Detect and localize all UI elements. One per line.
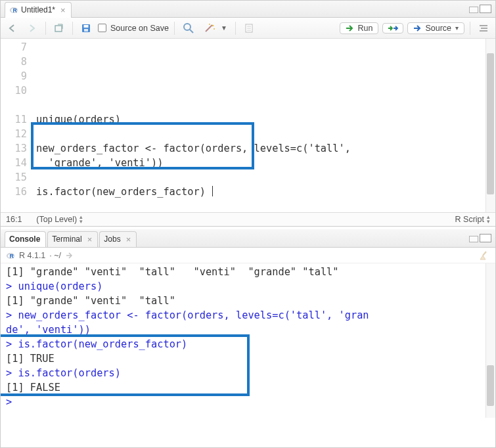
divider <box>72 22 73 35</box>
line-gutter: 78910 111213141516 <box>1 39 34 212</box>
minimize-pane-button[interactable] <box>469 7 478 13</box>
arrow-right-icon <box>27 24 37 33</box>
save-icon <box>81 23 91 34</box>
source-arrow-icon <box>413 24 422 32</box>
working-dir: · ~/ <box>49 251 61 260</box>
divider <box>470 22 470 35</box>
language-selector[interactable]: R Script ▴▾ <box>455 215 490 224</box>
svg-point-10 <box>212 24 214 26</box>
clear-console-button[interactable] <box>478 250 490 261</box>
source-label: Source <box>425 24 451 33</box>
nav-fwd-button[interactable] <box>24 22 40 34</box>
console-info: R R 4.1.1 · ~/ <box>1 248 495 263</box>
vertical-scrollbar[interactable] <box>485 263 495 418</box>
updown-icon: ▴▾ <box>487 215 490 224</box>
console-output[interactable]: [1] "grande" "venti" "tall" "venti" "gra… <box>1 263 495 418</box>
magnifier-icon <box>183 22 194 34</box>
svg-point-7 <box>184 24 191 30</box>
svg-point-12 <box>214 28 215 30</box>
r-logo-icon: R <box>6 251 15 260</box>
notebook-icon <box>244 23 254 34</box>
popout-icon <box>54 24 64 33</box>
source-toolbar: Source on Save ▼ Run Source ▾ <box>1 18 495 39</box>
code-area[interactable]: unique(orders) new_orders_factor <- fact… <box>34 39 495 212</box>
svg-rect-6 <box>84 29 88 32</box>
tab-terminal-label: Terminal <box>52 235 81 244</box>
scrollbar-thumb[interactable] <box>487 53 494 194</box>
rerun-icon <box>387 24 399 32</box>
cursor-position: 16:1 <box>6 215 22 224</box>
svg-line-23 <box>483 252 486 256</box>
close-icon[interactable]: × <box>126 235 131 244</box>
maximize-pane-button[interactable] <box>480 234 491 242</box>
svg-rect-5 <box>84 25 89 28</box>
svg-text:R: R <box>9 253 14 259</box>
source-tabbar: R Untitled1* × <box>1 1 495 18</box>
save-button[interactable] <box>78 22 94 35</box>
run-arrow-icon <box>346 24 355 32</box>
source-statusbar: 16:1 (Top Level) ▴▾ R Script ▴▾ <box>1 212 495 227</box>
source-button[interactable]: Source ▾ <box>407 22 464 34</box>
vertical-scrollbar[interactable] <box>485 39 495 212</box>
source-tab[interactable]: R Untitled1* × <box>5 2 72 18</box>
tab-console[interactable]: Console <box>5 231 46 247</box>
find-button[interactable] <box>180 21 197 35</box>
run-label: Run <box>357 24 372 33</box>
console-tabbar: Console Terminal × Jobs × <box>1 229 495 248</box>
divider <box>235 22 236 35</box>
language-label: R Script <box>455 215 484 224</box>
outline-icon <box>478 24 489 33</box>
text-cursor <box>212 186 213 196</box>
close-icon[interactable]: × <box>87 235 93 244</box>
run-button[interactable]: Run <box>340 22 378 34</box>
source-editor[interactable]: 78910 111213141516 unique(orders) new_or… <box>1 39 495 212</box>
pane-window-controls <box>469 5 491 13</box>
r-version: R 4.1.1 <box>19 251 45 260</box>
scope-label: (Top Level) <box>36 215 77 224</box>
scope-selector[interactable]: (Top Level) ▴▾ <box>36 215 83 224</box>
updown-icon: ▴▾ <box>79 215 83 224</box>
tab-terminal[interactable]: Terminal × <box>47 231 98 247</box>
divider <box>174 22 175 35</box>
wand-icon <box>204 23 217 34</box>
svg-line-8 <box>190 30 193 33</box>
rerun-button[interactable] <box>382 23 403 34</box>
maximize-pane-button[interactable] <box>480 5 491 13</box>
divider <box>45 22 46 35</box>
tab-jobs[interactable]: Jobs × <box>99 231 137 247</box>
source-tab-title: Untitled1* <box>21 5 55 14</box>
source-on-save-checkbox[interactable] <box>98 24 106 32</box>
svg-line-9 <box>206 25 212 32</box>
show-in-new-window-button[interactable] <box>51 22 67 34</box>
svg-rect-3 <box>55 26 62 32</box>
nav-back-button[interactable] <box>5 22 20 34</box>
code-tools-button[interactable]: ▼ <box>201 22 230 35</box>
outline-button[interactable] <box>476 22 491 34</box>
chevron-down-icon: ▼ <box>221 24 227 32</box>
r-file-icon: R <box>9 5 18 14</box>
compile-report-button[interactable] <box>241 22 257 35</box>
arrow-left-icon <box>7 24 18 33</box>
source-on-save-label: Source on Save <box>110 24 169 33</box>
goto-dir-icon[interactable] <box>65 252 74 259</box>
close-icon[interactable]: × <box>60 5 66 15</box>
minimize-pane-button[interactable] <box>469 236 478 242</box>
tab-console-label: Console <box>9 235 40 244</box>
svg-text:R: R <box>12 7 17 14</box>
broom-icon <box>478 250 490 261</box>
chevron-down-icon: ▾ <box>455 24 459 32</box>
pane-window-controls <box>469 234 491 242</box>
scrollbar-thumb[interactable] <box>487 365 494 406</box>
tab-jobs-label: Jobs <box>104 235 120 244</box>
svg-point-11 <box>209 24 210 25</box>
